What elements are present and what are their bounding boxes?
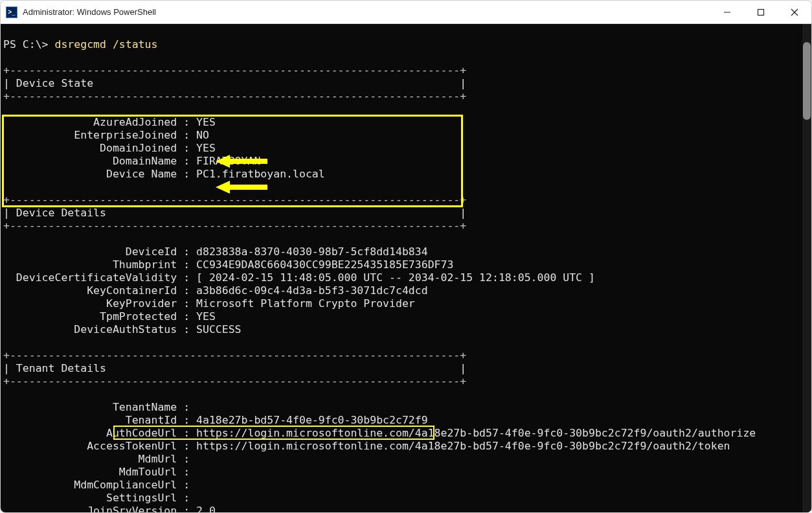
separator-line: +---------------------------------------… [3, 194, 466, 206]
separator-line: +---------------------------------------… [3, 375, 466, 387]
svg-marker-5 [216, 181, 267, 194]
separator-line: +---------------------------------------… [3, 220, 466, 232]
device-details-rows: DeviceId : d823838a-8370-4030-98b7-5cf8d… [3, 245, 595, 336]
prompt-command: dsregcmd /status [54, 38, 157, 51]
svg-rect-1 [758, 9, 764, 15]
device-state-rows: AzureAdJoined : YES EnterpriseJoined : N… [3, 116, 325, 180]
separator-line: +---------------------------------------… [3, 349, 466, 361]
window-title: Administrator: Windows PowerShell [23, 7, 710, 17]
section-header-device-state: | Device State | [3, 77, 466, 89]
separator-line: +---------------------------------------… [3, 90, 466, 102]
separator-line: +---------------------------------------… [3, 64, 466, 76]
prompt-line: PS C:\> dsregcmd /status [3, 38, 157, 51]
titlebar[interactable]: >_ Administrator: Windows PowerShell [1, 1, 811, 24]
terminal-output[interactable]: PS C:\> dsregcmd /status +--------------… [1, 24, 811, 512]
section-header-tenant-details: | Tenant Details | [3, 362, 466, 374]
minimize-button[interactable] [710, 1, 744, 23]
scrollbar-thumb[interactable] [803, 42, 811, 120]
tenant-details-rows: TenantName : TenantId : 4a18e27b-bd57-4f… [3, 401, 756, 512]
scrollbar[interactable] [802, 24, 811, 512]
powershell-icon: >_ [6, 6, 17, 18]
powershell-icon-glyph: >_ [8, 8, 15, 16]
window-controls [710, 1, 811, 23]
section-header-device-details: | Device Details | [3, 207, 466, 219]
maximize-button[interactable] [744, 1, 778, 23]
prompt-path: PS C:\> [3, 38, 49, 51]
close-button[interactable] [778, 1, 811, 23]
powershell-window: >_ Administrator: Windows PowerShell PS … [0, 0, 812, 513]
